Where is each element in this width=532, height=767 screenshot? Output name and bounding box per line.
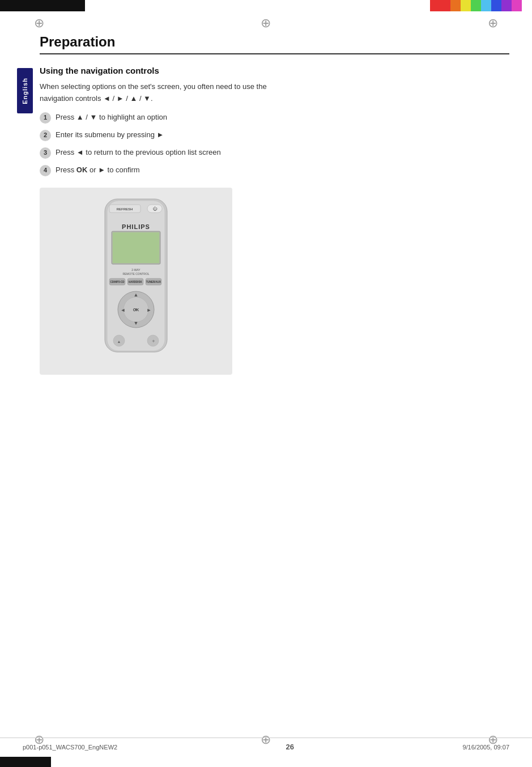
svg-text:▼: ▼: [134, 320, 139, 326]
bot-black-3: [34, 757, 51, 767]
step-text-3: Press ◄ to return to the previous option…: [56, 147, 312, 159]
svg-text:REFRESH: REFRESH: [117, 207, 133, 211]
svg-rect-8: [113, 232, 159, 263]
reg-mark-tr: ⊕: [488, 16, 498, 31]
intro-paragraph: When selecting options on the set's scre…: [40, 81, 300, 105]
step-number-4: 4: [40, 165, 51, 176]
bottom-decoration-bar: [0, 757, 532, 767]
color-blue: [491, 0, 501, 11]
step-4: 4 Press OK or ► to confirm: [40, 164, 312, 176]
bot-black-1: [0, 757, 17, 767]
top-decoration-bar: [0, 0, 532, 11]
step-text-2: Enter its submenu by pressing ►: [56, 129, 312, 141]
black-block-2: [17, 0, 34, 11]
color-red: [430, 0, 440, 11]
svg-text:▲: ▲: [117, 340, 121, 344]
bot-black-2: [17, 757, 34, 767]
main-content: Preparation Using the navigation control…: [40, 34, 509, 733]
step-number-2: 2: [40, 130, 51, 141]
black-block-3: [34, 0, 51, 11]
black-block-5: [68, 0, 85, 11]
language-label: English: [22, 78, 28, 104]
svg-text:OK: OK: [133, 308, 139, 312]
svg-text:⏻: ⏻: [152, 206, 158, 211]
ok-text: OK: [76, 166, 88, 174]
page-number: 26: [286, 743, 294, 751]
svg-text:+: +: [152, 338, 155, 344]
footer-filename: p001-p051_WACS700_EngNEW2: [23, 744, 117, 751]
remote-svg: REFRESH ⏻ PHILIPS 2-WAY REMOTE CONTROL C…: [88, 196, 184, 366]
color-violet: [501, 0, 512, 11]
step-2: 2 Enter its submenu by pressing ►: [40, 129, 312, 141]
remote-image-container: REFRESH ⏻ PHILIPS 2-WAY REMOTE CONTROL C…: [40, 188, 232, 375]
color-pink: [512, 0, 522, 11]
section-heading: Using the navigation controls: [40, 66, 509, 75]
top-spacer: [96, 0, 430, 11]
step-text-4: Press OK or ► to confirm: [56, 164, 312, 176]
step-text-1: Press ▲ / ▼ to highlight an option: [56, 112, 312, 124]
svg-text:HARDDISK: HARDDISK: [129, 281, 143, 283]
color-blocks: [430, 0, 532, 11]
svg-text:CD/MP3-CD: CD/MP3-CD: [110, 281, 125, 283]
svg-text:2-WAY: 2-WAY: [131, 268, 141, 272]
black-block-1: [0, 0, 17, 11]
bot-spacer: [51, 757, 532, 767]
svg-text:TUNER/AUX: TUNER/AUX: [146, 281, 161, 283]
step-number-3: 3: [40, 147, 51, 159]
color-green: [471, 0, 481, 11]
language-tab: English: [17, 68, 33, 113]
reg-mark-tc: ⊕: [261, 16, 271, 31]
step-1: 1 Press ▲ / ▼ to highlight an option: [40, 112, 312, 124]
footer: p001-p051_WACS700_EngNEW2 26 9/16/2005, …: [0, 738, 532, 756]
color-cyan: [481, 0, 491, 11]
color-white-end: [522, 0, 532, 11]
color-red2: [440, 0, 450, 11]
svg-text:PHILIPS: PHILIPS: [122, 223, 150, 230]
svg-text:REMOTE CONTROL: REMOTE CONTROL: [122, 272, 149, 276]
svg-text:▲: ▲: [134, 292, 139, 298]
reg-mark-tl: ⊕: [34, 16, 44, 31]
color-yellow: [461, 0, 471, 11]
footer-date: 9/16/2005, 09:07: [462, 744, 509, 751]
step-3: 3 Press ◄ to return to the previous opti…: [40, 147, 312, 159]
color-orange: [450, 0, 461, 11]
steps-list: 1 Press ▲ / ▼ to highlight an option 2 E…: [40, 112, 312, 176]
step-number-1: 1: [40, 112, 51, 124]
svg-text:►: ►: [147, 307, 152, 313]
white-block: [85, 0, 96, 11]
black-block-4: [51, 0, 68, 11]
page-title: Preparation: [40, 34, 509, 54]
svg-text:◄: ◄: [121, 307, 126, 313]
